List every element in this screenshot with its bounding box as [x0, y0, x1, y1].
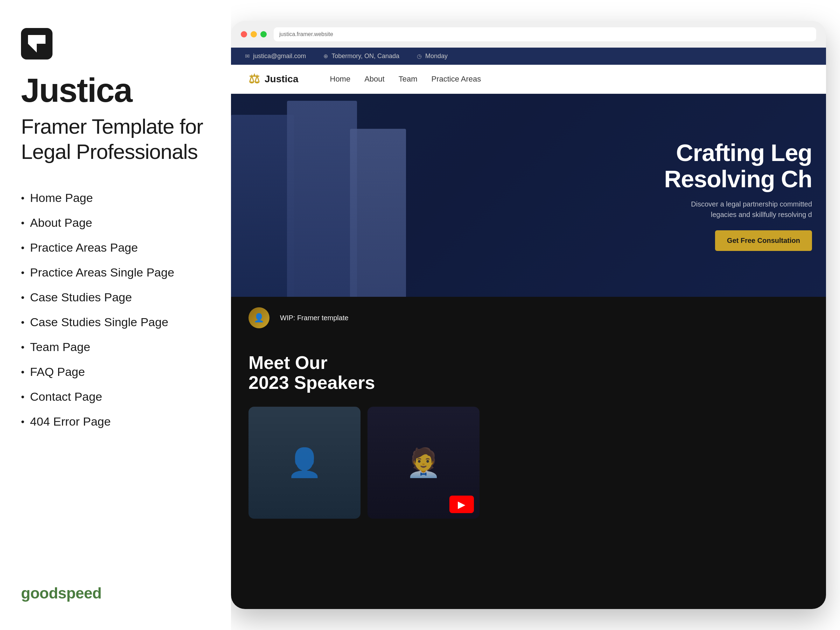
left-panel: Justica Framer Template for Legal Profes…	[0, 0, 231, 630]
list-item: 404 Error Page	[21, 409, 210, 434]
list-item: Case Studies Page	[21, 285, 210, 310]
right-panel: justica.framer.website ✉ justica@gmail.c…	[231, 0, 840, 630]
browser-chrome: justica.framer.website	[231, 21, 826, 47]
youtube-button[interactable]: ▶	[449, 496, 474, 513]
site-topbar: ✉ justica@gmail.com ⊕ Tobermory, ON, Can…	[231, 47, 826, 65]
email-icon: ✉	[245, 53, 249, 60]
scales-icon: ⚖	[248, 72, 260, 87]
hero-section: Crafting Leg Resolving Ch Discover a leg…	[231, 94, 826, 297]
list-item: About Page	[21, 210, 210, 235]
list-item: Case Studies Single Page	[21, 310, 210, 335]
dot-minimize[interactable]	[251, 31, 257, 38]
nav-about[interactable]: About	[364, 74, 385, 84]
hero-text: Crafting Leg Resolving Ch Discover a leg…	[664, 140, 812, 251]
speakers-heading: Meet Our 2023 Speakers	[248, 353, 808, 393]
list-item: FAQ Page	[21, 360, 210, 384]
speaker-face-1: 👤	[248, 407, 360, 519]
browser-mockup: justica.framer.website ✉ justica@gmail.c…	[231, 21, 826, 609]
video-section: 👤 WIP: Framer template	[231, 297, 826, 339]
dot-maximize[interactable]	[261, 31, 267, 38]
website-content: ✉ justica@gmail.com ⊕ Tobermory, ON, Can…	[231, 47, 826, 609]
speaker-card-1: 👤	[248, 407, 360, 519]
svg-marker-1	[28, 44, 37, 52]
hero-subtext: Discover a legal partnership committed l…	[664, 199, 812, 220]
framer-logo	[21, 28, 52, 60]
list-item: Practice Areas Page	[21, 235, 210, 260]
speakers-section: Meet Our 2023 Speakers 👤 🧑‍💼 ▶	[231, 339, 826, 609]
list-item: Team Page	[21, 335, 210, 360]
video-label: WIP: Framer template	[280, 314, 349, 322]
site-navigation: ⚖ Justica Home About Team Practice Areas	[231, 65, 826, 94]
framer-logo-icon	[28, 35, 46, 52]
person-3	[350, 129, 406, 297]
topbar-email: ✉ justica@gmail.com	[245, 52, 306, 60]
speaker-card-2: 🧑‍💼 ▶	[368, 407, 480, 519]
nav-links: Home About Team Practice Areas	[330, 74, 481, 84]
list-item: Home Page	[21, 185, 210, 210]
person-2	[287, 101, 357, 297]
product-title: Justica	[21, 74, 210, 107]
product-subtitle: Framer Template for Legal Professionals	[21, 114, 210, 164]
hero-people	[231, 94, 558, 297]
list-item: Practice Areas Single Page	[21, 260, 210, 285]
nav-team[interactable]: Team	[399, 74, 418, 84]
speakers-grid: 👤 🧑‍💼 ▶	[248, 407, 808, 519]
dot-close[interactable]	[241, 31, 247, 38]
video-avatar: 👤	[248, 307, 270, 328]
avatar-icon: 👤	[254, 313, 264, 323]
nav-practice[interactable]: Practice Areas	[431, 74, 481, 84]
nav-logo: ⚖ Justica	[248, 72, 298, 87]
nav-home[interactable]: Home	[330, 74, 351, 84]
cta-button[interactable]: Get Free Consultation	[715, 230, 812, 251]
list-item: Contact Page	[21, 384, 210, 409]
address-bar[interactable]: justica.framer.website	[274, 27, 816, 41]
browser-dots	[241, 31, 267, 38]
page-list: Home Page About Page Practice Areas Page…	[21, 185, 210, 434]
topbar-location: ⊕ Tobermory, ON, Canada	[324, 52, 399, 60]
person-1	[231, 115, 294, 297]
clock-icon: ◷	[417, 53, 422, 60]
location-icon: ⊕	[324, 53, 328, 60]
brand-footer: goodspeed	[21, 584, 101, 602]
svg-marker-0	[28, 35, 46, 44]
hero-heading: Crafting Leg Resolving Ch	[664, 140, 812, 192]
brand-name: goodspeed	[21, 584, 101, 602]
topbar-hours: ◷ Monday	[417, 52, 448, 60]
